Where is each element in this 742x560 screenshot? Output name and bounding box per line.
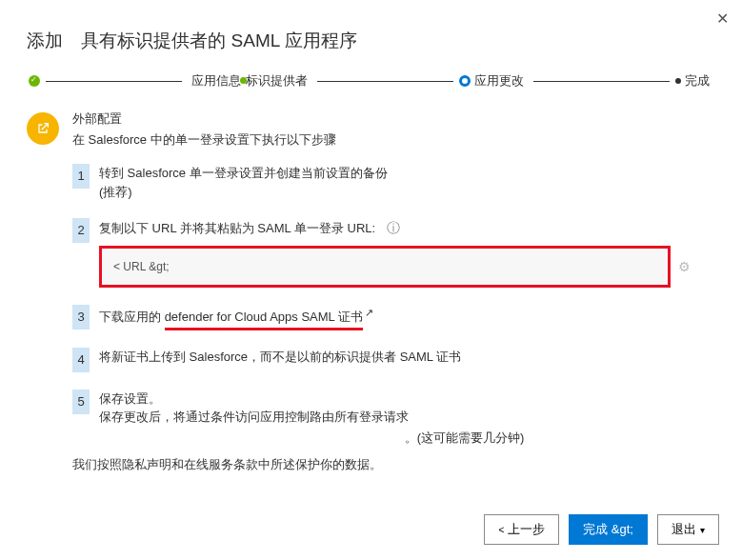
privacy-statement: 我们按照隐私声明和在线服务条款中所述保护你的数据。 <box>72 456 715 473</box>
external-link-icon <box>27 112 59 145</box>
chevron-down-icon: ▾ <box>700 525 705 535</box>
instruction-step-5: 5 保存设置。 保存更改后，将通过条件访问应用控制路由所有登录请求 。(这可能需… <box>72 390 715 448</box>
step4-text: 将新证书上传到 Salesforce，而不是以前的标识提供者 SAML 证书 <box>99 348 715 367</box>
external-arrow-icon: ↗ <box>365 307 373 318</box>
step-number: 2 <box>72 218 90 243</box>
step-finish: 完成 <box>685 72 710 90</box>
title-main: 具有标识提供者的 SAML 应用程序 <box>81 30 357 50</box>
step3-pre: 下载应用的 <box>99 310 165 324</box>
instruction-step-1: 1 转到 Salesforce 单一登录设置并创建当前设置的备份 (推荐) <box>72 164 715 201</box>
exit-label: 退出 <box>672 521 696 538</box>
step-number: 3 <box>72 305 90 330</box>
step-done-icon <box>29 75 40 87</box>
previous-label: 上一步 <box>508 521 545 538</box>
step2-text: 复制以下 URL 并将其粘贴为 SAML 单一登录 URL: <box>99 221 375 235</box>
external-config-title: 外部配置 <box>72 110 715 128</box>
step5-line2: 保存更改后，将通过条件访问应用控制路由所有登录请求 <box>99 408 715 427</box>
copy-gear-icon[interactable]: ⚙ <box>678 257 691 277</box>
finish-label: 完成 &gt; <box>583 521 633 538</box>
instruction-step-4: 4 将新证书上传到 Salesforce，而不是以前的标识提供者 SAML 证书 <box>72 348 715 372</box>
saml-url-box[interactable]: < URL &gt; ⚙ <box>99 246 671 288</box>
dialog-footer: < 上一步 完成 &gt; 退出 ▾ <box>484 514 719 545</box>
info-icon[interactable]: ⓘ <box>387 220 400 235</box>
step-future-icon <box>675 78 681 84</box>
saml-url-value: < URL &gt; <box>113 260 170 273</box>
step-active-icon <box>459 75 471 87</box>
instruction-step-3: 3 下载应用的 defender for Cloud Apps SAML 证书↗ <box>72 305 715 330</box>
chevron-left-icon: < <box>498 525 504 535</box>
previous-button[interactable]: < 上一步 <box>484 514 559 545</box>
step-number: 1 <box>72 164 90 189</box>
dialog-title: 添加 具有标识提供者的 SAML 应用程序 <box>27 29 715 53</box>
external-config-subtitle: 在 Salesforce 中的单一登录设置下执行以下步骤 <box>72 131 715 149</box>
step-apply-changes: 应用更改 <box>474 72 524 90</box>
finish-button[interactable]: 完成 &gt; <box>569 514 648 545</box>
step-number: 4 <box>72 348 90 372</box>
instruction-step-2: 2 复制以下 URL 并将其粘贴为 SAML 单一登录 URL: ⓘ < URL… <box>72 218 715 288</box>
download-cert-link[interactable]: defender for Cloud Apps SAML 证书 <box>165 308 363 330</box>
step-number: 5 <box>72 390 90 414</box>
wizard-stepper: 应用信息标识提供者 应用更改 完成 <box>27 72 715 90</box>
step-app-info-idp: 应用信息标识提供者 <box>191 72 308 90</box>
step5-note: 。(这可能需要几分钟) <box>213 429 715 448</box>
step1-line1: 转到 Salesforce 单一登录设置并创建当前设置的备份 <box>99 164 715 183</box>
exit-button[interactable]: 退出 ▾ <box>657 514 719 545</box>
title-prefix: 添加 <box>27 30 63 50</box>
step5-line1: 保存设置。 <box>99 390 715 409</box>
close-icon[interactable]: ✕ <box>716 10 729 28</box>
step1-line2: (推荐) <box>99 183 715 202</box>
